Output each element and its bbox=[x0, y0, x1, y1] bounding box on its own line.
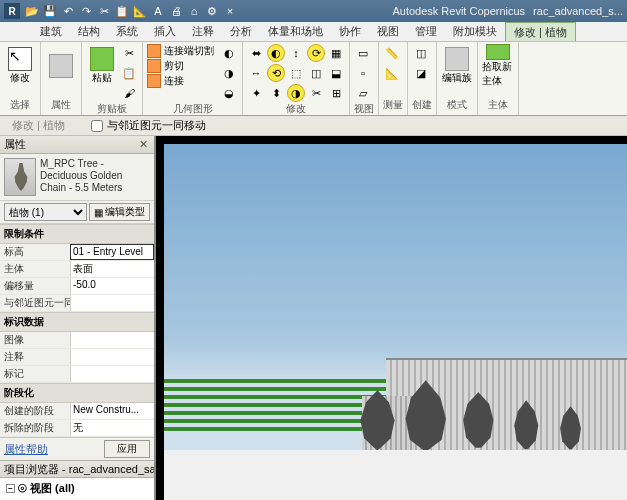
close-icon[interactable]: ✕ bbox=[136, 138, 150, 152]
ribbon-group-label: 选择 bbox=[4, 98, 36, 113]
ribbon-button[interactable]: ▦ bbox=[327, 44, 345, 62]
qat-button[interactable]: A bbox=[150, 3, 166, 19]
ribbon-button[interactable]: 粘贴 bbox=[86, 44, 118, 88]
property-section-header[interactable]: 标识数据 bbox=[0, 312, 154, 332]
ribbon-tab[interactable]: 管理 bbox=[407, 22, 445, 41]
ribbon-button[interactable]: 📏 bbox=[383, 44, 401, 62]
ribbon-button[interactable]: ⬓ bbox=[327, 64, 345, 82]
ribbon-button[interactable]: ◒ bbox=[220, 84, 238, 102]
qat-button[interactable]: ⚙ bbox=[204, 3, 220, 19]
property-label: 标记 bbox=[0, 366, 70, 382]
ribbon-button[interactable]: 📐 bbox=[383, 64, 401, 82]
property-row[interactable]: 与邻近图元一同... bbox=[0, 295, 154, 312]
property-row[interactable]: 拆除的阶段无 bbox=[0, 420, 154, 437]
ribbon-tab[interactable]: 视图 bbox=[369, 22, 407, 41]
ribbon-button[interactable]: 剪切 bbox=[147, 59, 214, 73]
ribbon-button[interactable]: 📋 bbox=[120, 64, 138, 82]
ribbon-button[interactable]: 🖌 bbox=[120, 84, 138, 102]
ribbon-button[interactable]: ◐ bbox=[220, 44, 238, 62]
ribbon-button[interactable]: ◫ bbox=[412, 44, 430, 62]
ribbon-button[interactable]: 拾取新主体 bbox=[482, 44, 514, 88]
ribbon-tab[interactable]: 注释 bbox=[184, 22, 222, 41]
filename: rac_advanced_s... bbox=[533, 5, 623, 17]
ribbon-tab[interactable]: 建筑 bbox=[32, 22, 70, 41]
qat-button[interactable]: ⌂ bbox=[186, 3, 202, 19]
ribbon-button[interactable] bbox=[45, 44, 77, 88]
property-value[interactable] bbox=[70, 332, 154, 348]
properties-help-link[interactable]: 属性帮助 bbox=[4, 442, 48, 457]
ribbon-button[interactable]: ◫ bbox=[307, 64, 325, 82]
ribbon-button[interactable]: ↕ bbox=[287, 44, 305, 62]
ribbon-button[interactable]: ◑ bbox=[287, 84, 305, 102]
tree-root[interactable]: − ⦾ 视图 (all) bbox=[2, 480, 152, 497]
family-selector[interactable]: M_RPC Tree - Deciduous Golden Chain - 5.… bbox=[0, 154, 154, 200]
property-value[interactable]: 无 bbox=[70, 420, 154, 436]
ribbon-tab[interactable]: 结构 bbox=[70, 22, 108, 41]
ribbon-button[interactable]: ✦ bbox=[247, 84, 265, 102]
ribbon-button[interactable]: ▫ bbox=[354, 64, 372, 82]
ribbon-button[interactable]: ◑ bbox=[220, 64, 238, 82]
property-row[interactable]: 偏移量-50.0 bbox=[0, 278, 154, 295]
property-row[interactable]: 标高01 - Entry Level bbox=[0, 244, 154, 261]
property-row[interactable]: 图像 bbox=[0, 332, 154, 349]
qat-button[interactable]: 📋 bbox=[114, 3, 130, 19]
move-with-nearby-input[interactable] bbox=[91, 120, 103, 132]
property-row[interactable]: 创建的阶段New Constru... bbox=[0, 403, 154, 420]
ribbon-tab[interactable]: 体量和场地 bbox=[260, 22, 331, 41]
property-row[interactable]: 注释 bbox=[0, 349, 154, 366]
qat-button[interactable]: 💾 bbox=[42, 3, 58, 19]
property-label: 主体 bbox=[0, 261, 70, 277]
qat-button[interactable]: 🖨 bbox=[168, 3, 184, 19]
ground-plane bbox=[164, 450, 627, 500]
property-label: 与邻近图元一同... bbox=[0, 295, 70, 311]
property-section-header[interactable]: 限制条件 bbox=[0, 224, 154, 244]
type-selector[interactable]: 植物 (1) bbox=[4, 203, 87, 221]
property-value[interactable]: New Constru... bbox=[70, 403, 154, 419]
ribbon-button[interactable]: ⬌ bbox=[247, 44, 265, 62]
ribbon-button[interactable]: ▱ bbox=[354, 84, 372, 102]
ribbon-tab[interactable]: 修改 | 植物 bbox=[505, 22, 576, 41]
ribbon-tab[interactable]: 分析 bbox=[222, 22, 260, 41]
property-value[interactable] bbox=[70, 349, 154, 365]
ribbon-tab[interactable]: 插入 bbox=[146, 22, 184, 41]
property-value[interactable]: -50.0 bbox=[70, 278, 154, 294]
3d-view[interactable] bbox=[164, 144, 627, 500]
property-row[interactable]: 主体表面 bbox=[0, 261, 154, 278]
property-value[interactable] bbox=[70, 366, 154, 382]
ribbon-button[interactable]: 连接端切割 bbox=[147, 44, 214, 58]
collapse-icon[interactable]: − bbox=[6, 484, 15, 493]
qat-button[interactable]: ✂ bbox=[96, 3, 112, 19]
ribbon-button[interactable]: ◐ bbox=[267, 44, 285, 62]
viewport[interactable] bbox=[156, 136, 627, 500]
apply-button[interactable]: 应用 bbox=[104, 440, 150, 458]
qat-button[interactable]: 📐 bbox=[132, 3, 148, 19]
property-value[interactable]: 01 - Entry Level bbox=[70, 244, 154, 260]
ribbon-button[interactable]: ✂ bbox=[307, 84, 325, 102]
property-row[interactable]: 标记 bbox=[0, 366, 154, 383]
ribbon-button[interactable]: 编辑族 bbox=[441, 44, 473, 88]
ribbon-button[interactable]: ✂ bbox=[120, 44, 138, 62]
ribbon-button[interactable]: 连接 bbox=[147, 74, 214, 88]
ribbon-button[interactable]: ▭ bbox=[354, 44, 372, 62]
property-value[interactable] bbox=[70, 295, 154, 311]
qat-button[interactable]: 📂 bbox=[24, 3, 40, 19]
edit-type-button[interactable]: ▦ 编辑类型 bbox=[89, 203, 150, 221]
property-section-header[interactable]: 阶段化 bbox=[0, 383, 154, 403]
ribbon-button[interactable]: ◪ bbox=[412, 64, 430, 82]
ribbon-tab[interactable]: 系统 bbox=[108, 22, 146, 41]
ribbon-button[interactable]: 修改 bbox=[4, 44, 36, 88]
qat-button[interactable]: ↶ bbox=[60, 3, 76, 19]
move-with-nearby-checkbox[interactable]: 与邻近图元一同移动 bbox=[91, 118, 206, 133]
ribbon-button[interactable]: ↔ bbox=[247, 64, 265, 82]
property-value[interactable]: 表面 bbox=[70, 261, 154, 277]
qat-button[interactable]: × bbox=[222, 3, 238, 19]
ribbon-tab[interactable]: 附加模块 bbox=[445, 22, 505, 41]
ribbon-button[interactable]: ⟳ bbox=[307, 44, 325, 62]
ribbon-button[interactable]: ⬚ bbox=[287, 64, 305, 82]
qat-button[interactable]: ↷ bbox=[78, 3, 94, 19]
ribbon-button[interactable]: ⬍ bbox=[267, 84, 285, 102]
context-tab-label: 修改 | 植物 bbox=[6, 118, 71, 133]
ribbon-tab[interactable]: 协作 bbox=[331, 22, 369, 41]
ribbon-button[interactable]: ⟲ bbox=[267, 64, 285, 82]
ribbon-button[interactable]: ⊞ bbox=[327, 84, 345, 102]
